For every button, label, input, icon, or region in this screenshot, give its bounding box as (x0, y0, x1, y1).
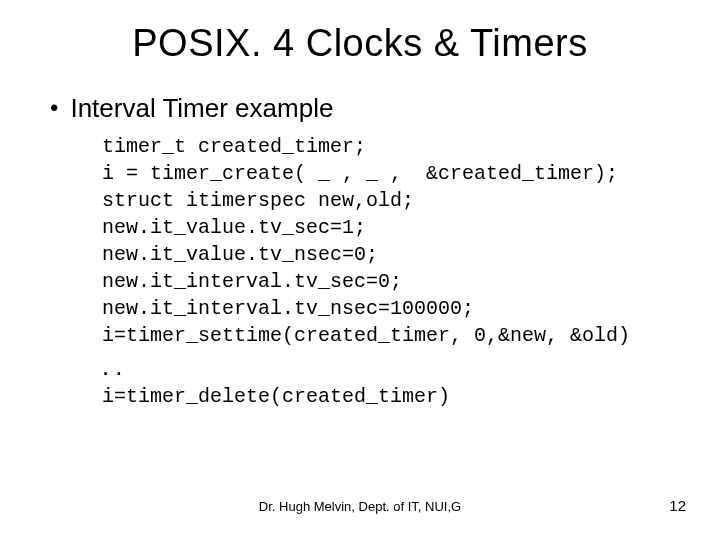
slide: POSIX. 4 Clocks & Timers • Interval Time… (0, 0, 720, 540)
code-block-2: i=timer_delete(created_timer) (102, 383, 680, 410)
bullet-text: Interval Timer example (70, 93, 333, 123)
ellipsis: .. (102, 351, 680, 381)
bullet-dot-icon: • (50, 93, 58, 123)
slide-title: POSIX. 4 Clocks & Timers (40, 22, 680, 65)
footer-text: Dr. Hugh Melvin, Dept. of IT, NUI,G (0, 499, 720, 514)
page-number: 12 (669, 497, 686, 514)
bullet-item: • Interval Timer example (50, 93, 680, 123)
code-block-1: timer_t created_timer; i = timer_create(… (102, 133, 680, 349)
